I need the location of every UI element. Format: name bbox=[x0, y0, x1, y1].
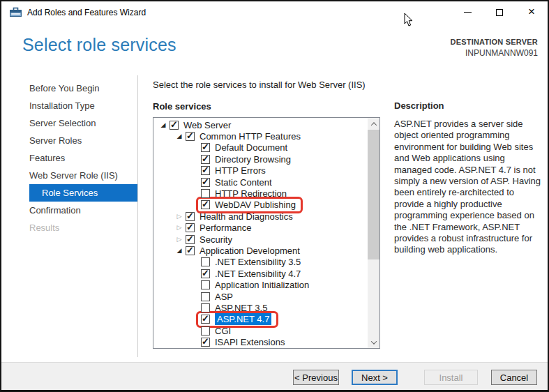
tree-item-label[interactable]: Common HTTP Features bbox=[200, 131, 301, 142]
tree-row-application-development[interactable]: ◢✓Application Development bbox=[153, 245, 379, 256]
checkbox-checked[interactable]: ✓ bbox=[201, 338, 210, 347]
checkbox-checked[interactable]: ✓ bbox=[186, 223, 195, 232]
checkbox-unchecked[interactable] bbox=[201, 292, 210, 301]
collapsed-triangle-icon[interactable]: ▷ bbox=[175, 225, 183, 231]
tree-row-asp-net-3-5[interactable]: ASP.NET 3.5 bbox=[153, 302, 379, 313]
sidebar-item-confirmation[interactable]: Confirmation bbox=[1, 202, 137, 219]
cancel-button[interactable]: Cancel bbox=[491, 370, 537, 385]
tree-row-security[interactable]: ▷✓Security bbox=[153, 234, 379, 245]
tree-row-asp-net-4-7[interactable]: ✓ASP.NET 4.7 bbox=[153, 314, 379, 325]
check-icon: ✓ bbox=[202, 153, 209, 164]
checkbox-checked[interactable]: ✓ bbox=[201, 155, 210, 164]
tree-item-label[interactable]: WebDAV Publishing bbox=[215, 199, 296, 210]
checkbox-unchecked[interactable] bbox=[201, 280, 210, 289]
tree-item-label[interactable]: ISAPI Extensions bbox=[215, 337, 285, 347]
check-icon: ✓ bbox=[170, 119, 178, 130]
maximize-icon bbox=[496, 9, 503, 16]
checkbox-checked[interactable]: ✓ bbox=[201, 269, 210, 278]
tree-row--net-extensibility-4-7[interactable]: ✓.NET Extensibility 4.7 bbox=[153, 268, 379, 279]
tree-row-http-redirection[interactable]: HTTP Redirection bbox=[153, 188, 379, 199]
checkbox-checked[interactable]: ✓ bbox=[201, 315, 210, 324]
tree-item-label[interactable]: ASP.NET 4.7 bbox=[215, 313, 271, 325]
tree-item-label[interactable]: Web Server bbox=[183, 120, 231, 130]
destination-server-block: DESTINATION SERVER INPUNMANNW091 bbox=[451, 38, 538, 58]
sidebar-item-before-you-begin[interactable]: Before You Begin bbox=[1, 80, 137, 97]
checkbox-checked[interactable]: ✓ bbox=[201, 200, 210, 209]
sidebar-item-server-roles[interactable]: Server Roles bbox=[1, 132, 137, 149]
footer-bar: < Previous Next > Install Cancel bbox=[1, 363, 548, 391]
checkbox-checked[interactable]: ✓ bbox=[201, 178, 210, 187]
tree-row--net-extensibility-3-5[interactable]: .NET Extensibility 3.5 bbox=[153, 257, 379, 268]
checkbox-checked[interactable]: ✓ bbox=[170, 121, 179, 130]
tree-item-label[interactable]: Performance bbox=[200, 223, 251, 233]
sidebar-item-features[interactable]: Features bbox=[1, 149, 137, 167]
checkbox-checked[interactable]: ✓ bbox=[186, 212, 195, 221]
sidebar-item-role-services[interactable]: Role Services bbox=[29, 184, 137, 202]
tree-item-label[interactable]: HTTP Errors bbox=[215, 165, 266, 176]
check-icon: ✓ bbox=[202, 165, 209, 175]
tree-row-webdav-publishing[interactable]: ✓WebDAV Publishing bbox=[153, 199, 379, 211]
tree-scrollbar[interactable] bbox=[368, 118, 379, 348]
tree-item-label[interactable]: .NET Extensibility 4.7 bbox=[215, 269, 301, 279]
checkbox-checked[interactable]: ✓ bbox=[201, 143, 210, 152]
tree-item-label[interactable]: Application Initialization bbox=[215, 280, 309, 290]
expanded-triangle-icon[interactable]: ◢ bbox=[175, 248, 183, 254]
tree-row-health-and-diagnostics[interactable]: ▷✓Health and Diagnostics bbox=[153, 211, 379, 222]
checkbox-checked[interactable]: ✓ bbox=[201, 166, 210, 175]
tree-row-application-initialization[interactable]: Application Initialization bbox=[153, 279, 379, 290]
checkbox-unchecked[interactable] bbox=[201, 303, 210, 312]
page-title: Select role services bbox=[22, 35, 176, 55]
tree-item-label[interactable]: Health and Diagnostics bbox=[200, 211, 293, 222]
tree-row-asp[interactable]: ASP bbox=[153, 291, 379, 302]
tree-row-web-server[interactable]: ◢✓Web Server bbox=[153, 119, 379, 130]
close-button[interactable]: × bbox=[516, 1, 548, 23]
tree-row-common-http-features[interactable]: ◢✓Common HTTP Features bbox=[153, 130, 379, 142]
scroll-up-button[interactable] bbox=[368, 118, 379, 130]
tree-item-label[interactable]: Security bbox=[200, 234, 232, 245]
tree-item-label[interactable]: .NET Extensibility 3.5 bbox=[215, 257, 301, 267]
minimize-icon bbox=[464, 12, 472, 13]
checkbox-checked[interactable]: ✓ bbox=[186, 132, 195, 141]
tree-row-cgi[interactable]: CGI bbox=[153, 325, 379, 336]
tree-item-label[interactable]: Default Document bbox=[215, 142, 287, 153]
expanded-triangle-icon[interactable]: ◢ bbox=[175, 133, 183, 140]
previous-button[interactable]: < Previous bbox=[293, 370, 339, 385]
sidebar-item-server-selection[interactable]: Server Selection bbox=[1, 114, 137, 132]
minimize-button[interactable] bbox=[451, 1, 483, 23]
tree-item-label[interactable]: CGI bbox=[215, 326, 231, 336]
tree-item-label[interactable]: HTTP Redirection bbox=[215, 188, 287, 199]
expanded-triangle-icon[interactable]: ◢ bbox=[159, 122, 167, 128]
collapsed-triangle-icon[interactable]: ▷ bbox=[175, 213, 183, 220]
chevron-down-icon bbox=[370, 338, 376, 344]
sidebar-item-web-server-role-iis-[interactable]: Web Server Role (IIS) bbox=[1, 167, 137, 184]
check-icon: ✓ bbox=[202, 268, 209, 278]
title-bar: Add Roles and Features Wizard × bbox=[1, 1, 548, 23]
collapsed-triangle-icon[interactable]: ▷ bbox=[175, 236, 183, 243]
scrollbar-thumb[interactable] bbox=[368, 130, 379, 259]
tree-item-label[interactable]: ASP.NET 3.5 bbox=[215, 303, 267, 313]
tree-item-label[interactable]: Directory Browsing bbox=[215, 154, 291, 165]
checkbox-checked[interactable]: ✓ bbox=[186, 246, 195, 255]
tree-row-performance[interactable]: ▷✓Performance bbox=[153, 223, 379, 234]
tree-row-isapi-extensions[interactable]: ✓ISAPI Extensions bbox=[153, 336, 379, 347]
tree-row-http-errors[interactable]: ✓HTTP Errors bbox=[153, 165, 379, 176]
maximize-button[interactable] bbox=[483, 1, 516, 23]
tree-row-directory-browsing[interactable]: ✓Directory Browsing bbox=[153, 153, 379, 165]
tree-item-label[interactable]: ASP bbox=[215, 292, 233, 302]
role-services-label: Role services bbox=[153, 101, 211, 112]
install-button[interactable]: Install bbox=[424, 370, 478, 385]
next-button[interactable]: Next > bbox=[352, 370, 398, 385]
checkbox-checked[interactable]: ✓ bbox=[186, 235, 195, 244]
sidebar-item-installation-type[interactable]: Installation Type bbox=[1, 97, 137, 114]
tree-row-static-content[interactable]: ✓Static Content bbox=[153, 176, 379, 188]
scroll-down-button[interactable] bbox=[368, 336, 379, 348]
checkbox-unchecked[interactable] bbox=[201, 257, 210, 266]
checkbox-unchecked[interactable] bbox=[201, 189, 210, 198]
toolbox-icon bbox=[10, 7, 22, 17]
tree-item-label[interactable]: Static Content bbox=[215, 177, 272, 188]
checkbox-unchecked[interactable] bbox=[201, 326, 210, 336]
check-icon: ✓ bbox=[186, 222, 194, 232]
tree-row-default-document[interactable]: ✓Default Document bbox=[153, 142, 379, 153]
red-annotation-box: ✓WebDAV Publishing bbox=[199, 199, 300, 211]
tree-item-label[interactable]: Application Development bbox=[200, 246, 300, 256]
